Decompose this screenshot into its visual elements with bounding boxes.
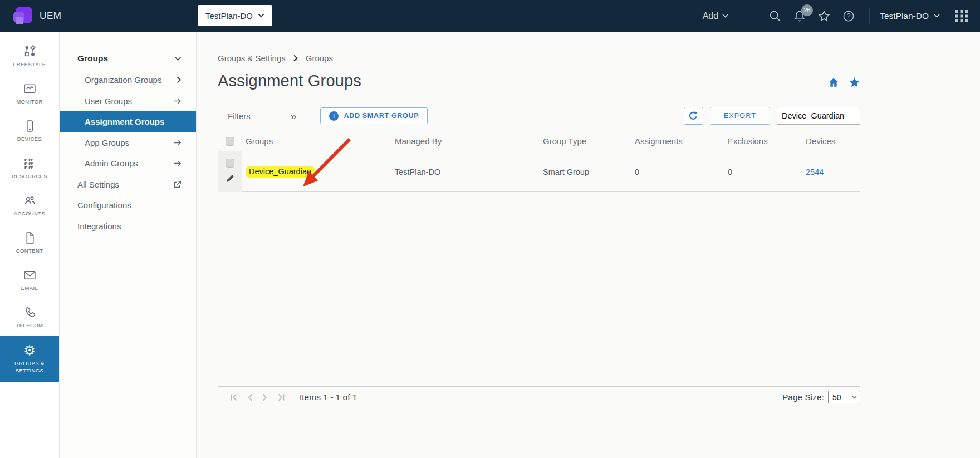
first-page-icon[interactable]	[230, 393, 238, 401]
add-menu[interactable]: Add	[703, 11, 728, 21]
filters-expand-icon[interactable]: »	[291, 111, 297, 121]
rail-item-label: GROUPS & SETTINGS	[7, 360, 52, 374]
notifications-bell-icon[interactable]: 26	[792, 9, 807, 23]
subnav-item-assignment-groups[interactable]: Assignment Groups	[60, 111, 196, 132]
rail-item-label: FREESTYLE	[7, 61, 52, 68]
chevron-down-icon	[258, 13, 264, 18]
subnav-item-organization-groups[interactable]: Organization Groups	[60, 70, 196, 91]
plus-circle-icon: +	[329, 111, 339, 121]
column-header-managed-by[interactable]: Managed By	[391, 136, 540, 146]
account-menu[interactable]: TestPlan-DO	[870, 11, 954, 21]
filters-toggle[interactable]: Filters	[228, 111, 251, 121]
favorite-star-filled-icon[interactable]	[849, 77, 860, 88]
rail-item-devices[interactable]: DEVICES	[0, 112, 59, 150]
help-icon[interactable]: ?	[841, 9, 856, 23]
pager-controls	[230, 393, 285, 401]
rail-item-label: RESOURCES	[7, 173, 52, 180]
groups-settings-subnav: Groups Organization Groups User Groups A…	[60, 32, 197, 458]
rail-item-accounts[interactable]: ACCOUNTS	[0, 187, 59, 224]
subnav-item-user-groups[interactable]: User Groups	[60, 91, 196, 112]
subnav-item-admin-groups[interactable]: Admin Groups	[60, 153, 196, 174]
items-count-label: Items 1 - 1 of 1	[300, 392, 357, 402]
subnav-item-all-settings[interactable]: All Settings	[60, 174, 196, 195]
chevron-down-icon	[852, 396, 857, 399]
subnav-item-configurations[interactable]: Configurations	[60, 195, 196, 216]
chevron-down-icon	[934, 14, 940, 18]
notification-count-badge: 26	[801, 4, 813, 16]
cell-assignments: 0	[631, 168, 724, 176]
rail-item-groups-settings[interactable]: ⚙ GROUPS & SETTINGS	[0, 336, 59, 382]
rail-item-content[interactable]: CONTENT	[0, 224, 59, 262]
rail-item-email[interactable]: EMAIL	[0, 262, 59, 299]
prev-page-icon[interactable]	[247, 393, 253, 401]
subnav-item-integrations[interactable]: Integrations	[60, 216, 196, 237]
cell-group-name: Device_Guardian	[242, 166, 391, 178]
topbar-right: Add 26 ? TestPlan-DO	[703, 8, 980, 24]
subnav-item-app-groups[interactable]: App Groups	[60, 132, 196, 154]
subnav-section-label: Groups	[77, 53, 108, 63]
group-name-link[interactable]: Device_Guardian	[246, 166, 315, 178]
next-page-icon[interactable]	[262, 393, 268, 401]
breadcrumb-groups-settings[interactable]: Groups & Settings	[218, 53, 286, 63]
gear-icon: ⚙	[23, 344, 36, 357]
freestyle-icon	[23, 45, 37, 58]
page-size-select[interactable]: 50	[828, 391, 860, 403]
subnav-item-label: App Groups	[85, 138, 129, 147]
favorites-star-icon[interactable]	[817, 9, 831, 23]
app-grid-icon[interactable]	[954, 9, 969, 23]
home-icon[interactable]	[828, 77, 839, 88]
export-button[interactable]: EXPORT	[710, 107, 770, 125]
cell-group-type: Smart Group	[540, 168, 631, 176]
column-header-exclusions[interactable]: Exclusions	[724, 136, 802, 146]
subnav-item-label: Integrations	[77, 221, 121, 231]
search-icon[interactable]	[768, 9, 782, 23]
row-action-cell	[218, 151, 242, 192]
devices-count-link[interactable]: 2544	[806, 168, 824, 176]
subnav-section-groups[interactable]: Groups	[60, 47, 196, 70]
edit-pencil-icon[interactable]	[226, 174, 234, 183]
cell-managed-by: TestPlan-DO	[391, 168, 540, 176]
breadcrumb-groups[interactable]: Groups	[306, 53, 333, 63]
email-icon	[23, 268, 37, 282]
topbar: UEM TestPlan-DO Add 26 ?	[0, 0, 980, 32]
resources-icon	[23, 156, 37, 170]
brand-name: UEM	[40, 11, 62, 22]
assignment-groups-table: Groups Managed By Group Type Assignments…	[218, 131, 860, 192]
rail-item-label: CONTENT	[7, 248, 52, 254]
left-nav-rail: FREESTYLE MONITOR DEVICES RESOURCES ACCO…	[0, 32, 60, 458]
refresh-button[interactable]	[684, 107, 703, 125]
last-page-icon[interactable]	[277, 393, 285, 401]
rail-item-freestyle[interactable]: FREESTYLE	[0, 38, 59, 75]
telecom-icon	[23, 306, 37, 319]
content-icon	[23, 231, 37, 245]
add-smart-group-label: ADD SMART GROUP	[344, 112, 419, 120]
rail-item-resources[interactable]: RESOURCES	[0, 150, 59, 187]
add-smart-group-button[interactable]: + ADD SMART GROUP	[320, 107, 428, 124]
topbar-icons: 26 ?	[754, 9, 869, 23]
account-label: TestPlan-DO	[880, 11, 929, 21]
column-header-devices[interactable]: Devices	[802, 136, 860, 146]
breadcrumb-chevron-icon	[293, 55, 298, 62]
og-selector-label: TestPlan-DO	[205, 11, 253, 21]
cell-exclusions: 0	[724, 168, 802, 176]
rail-item-label: MONITOR	[7, 99, 52, 105]
organization-group-selector[interactable]: TestPlan-DO	[198, 5, 272, 26]
column-header-assignments[interactable]: Assignments	[631, 136, 724, 146]
svg-text:?: ?	[847, 12, 851, 20]
rail-item-monitor[interactable]: MONITOR	[0, 75, 59, 112]
select-all-checkbox[interactable]	[226, 137, 234, 146]
list-search-input[interactable]	[777, 107, 860, 125]
main-content: Groups & Settings Groups Assignment Grou…	[197, 32, 980, 458]
rail-item-telecom[interactable]: TELECOM	[0, 299, 59, 336]
column-header-group-type[interactable]: Group Type	[540, 136, 631, 146]
subnav-item-label: Admin Groups	[85, 159, 138, 168]
page-size-value: 50	[832, 393, 841, 402]
row-checkbox[interactable]	[226, 159, 234, 168]
column-header-groups[interactable]: Groups	[242, 136, 391, 146]
subnav-item-label: Configurations	[77, 200, 131, 210]
external-link-icon	[173, 180, 182, 189]
list-toolbar: Filters » + ADD SMART GROUP EXPORT	[218, 107, 860, 125]
rail-item-label: EMAIL	[7, 285, 52, 292]
chevron-right-icon	[177, 76, 182, 83]
refresh-icon	[688, 111, 698, 121]
